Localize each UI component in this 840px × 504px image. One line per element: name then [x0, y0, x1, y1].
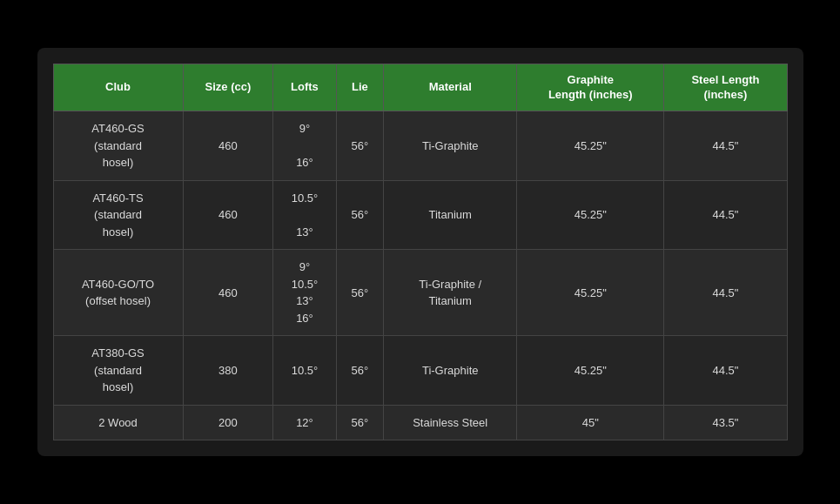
table-header-row: Club Size (cc) Lofts Lie Material Graphi…: [53, 64, 787, 111]
cell-steel_length: 43.5": [664, 405, 787, 440]
cell-material: Ti-Graphite: [384, 111, 517, 181]
table-row: AT460-GO/TO (offset hosel)4609° 10.5° 13…: [53, 250, 787, 336]
cell-steel_length: 44.5": [664, 180, 787, 250]
cell-graphite_length: 45": [517, 405, 664, 440]
cell-club: 2 Wood: [53, 405, 183, 440]
col-header-material: Material: [384, 64, 517, 111]
cell-size: 380: [183, 336, 273, 406]
table-row: AT380-GS (standard hosel)38010.5°56°Ti-G…: [53, 336, 787, 406]
cell-lie: 56°: [336, 336, 383, 406]
cell-graphite_length: 45.25": [517, 111, 664, 181]
cell-lie: 56°: [336, 405, 383, 440]
cell-steel_length: 44.5": [664, 250, 787, 336]
table-row: AT460-GS (standard hosel)4609° 16°56°Ti-…: [53, 111, 787, 181]
cell-lofts: 12°: [273, 405, 336, 440]
cell-material: Ti-Graphite / Titanium: [384, 250, 517, 336]
cell-lofts: 9° 16°: [273, 111, 336, 181]
cell-lie: 56°: [336, 250, 383, 336]
cell-lie: 56°: [336, 111, 383, 181]
cell-material: Stainless Steel: [384, 405, 517, 440]
specs-table: Club Size (cc) Lofts Lie Material Graphi…: [53, 64, 788, 441]
cell-lofts: 10.5°: [273, 336, 336, 406]
cell-graphite_length: 45.25": [517, 180, 664, 250]
col-header-lofts: Lofts: [273, 64, 336, 111]
col-header-size: Size (cc): [183, 64, 273, 111]
cell-size: 460: [183, 111, 273, 181]
cell-lofts: 10.5° 13°: [273, 180, 336, 250]
cell-lie: 56°: [336, 180, 383, 250]
col-header-steel: Steel Length (inches): [664, 64, 787, 111]
cell-material: Ti-Graphite: [384, 336, 517, 406]
cell-club: AT380-GS (standard hosel): [53, 336, 183, 406]
cell-graphite_length: 45.25": [517, 336, 664, 406]
cell-material: Titanium: [384, 180, 517, 250]
table-row: AT460-TS (standard hosel)46010.5° 13°56°…: [53, 180, 787, 250]
col-header-lie: Lie: [336, 64, 383, 111]
table-container: Club Size (cc) Lofts Lie Material Graphi…: [37, 48, 803, 457]
table-row: 2 Wood20012°56°Stainless Steel45"43.5": [53, 405, 787, 440]
cell-club: AT460-GO/TO (offset hosel): [53, 250, 183, 336]
cell-graphite_length: 45.25": [517, 250, 664, 336]
cell-club: AT460-GS (standard hosel): [53, 111, 183, 181]
cell-steel_length: 44.5": [664, 111, 787, 181]
cell-club: AT460-TS (standard hosel): [53, 180, 183, 250]
col-header-graphite: Graphite Length (inches): [517, 64, 664, 111]
cell-lofts: 9° 10.5° 13° 16°: [273, 250, 336, 336]
col-header-club: Club: [53, 64, 183, 111]
cell-size: 460: [183, 180, 273, 250]
cell-size: 460: [183, 250, 273, 336]
cell-steel_length: 44.5": [664, 336, 787, 406]
cell-size: 200: [183, 405, 273, 440]
